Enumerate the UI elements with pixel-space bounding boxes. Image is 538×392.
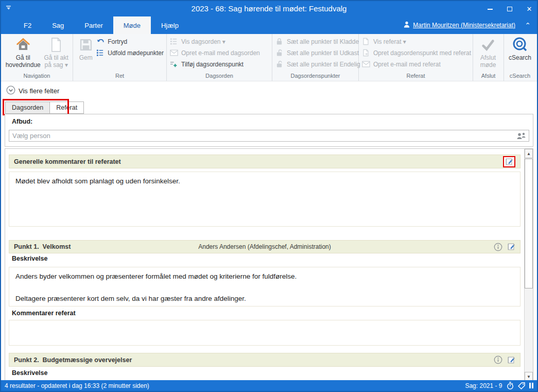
goto-main-window-button[interactable]: Gå til hovedvindue <box>4 34 42 69</box>
agenda-list-icon <box>169 38 178 45</box>
menu-tabs: F2 Sag Parter Møde Hjælp <box>13 16 189 34</box>
show-agenda-label: Vis dagsorden ▾ <box>181 38 225 45</box>
edit-icon[interactable] <box>505 158 513 166</box>
goto-record-on-case-label: Gå til akt på sag ▾ <box>42 55 70 69</box>
expand-list-icon <box>96 49 105 57</box>
punkt1-owner: Anders Andersen (Afdelingschef, Administ… <box>9 243 520 250</box>
ribbon-group-ret: Gem Fortryd Udfold mødepunkter <box>73 34 167 81</box>
create-email-with-agenda-label: Opret e-mail med dagsorden <box>181 49 260 57</box>
create-agenda-item-with-minutes-button[interactable]: Opret dagsordenspunkt med referat <box>361 48 471 57</box>
general-comments-textbox[interactable]: Mødet blev afholdt som planlagt og uden … <box>9 172 520 227</box>
scrollbar-thumb[interactable] <box>525 159 533 288</box>
lock-open-icon <box>275 49 284 57</box>
csearch-button[interactable]: cSearch <box>507 34 533 62</box>
punkt1-description-p2: Deltagere præsenterer kort dem selv, da … <box>15 295 514 303</box>
punkt1-title: Punkt 1. Velkomst <box>14 243 71 250</box>
edit-icon[interactable] <box>507 356 515 364</box>
menu-tab-moede[interactable]: Møde <box>113 16 151 34</box>
section-punkt1-header: Anders Andersen (Afdelingschef, Administ… <box>9 240 520 253</box>
document-icon <box>50 37 62 53</box>
close-button[interactable]: ✕ <box>526 5 533 13</box>
menu-tab-parter[interactable]: Parter <box>74 16 113 34</box>
ribbon-group-label-navigation: Navigation <box>4 72 70 81</box>
maximize-icon <box>507 7 512 11</box>
chevron-up-icon: ⌃ <box>525 21 531 29</box>
ribbon: Gå til hovedvindue Gå til akt på sag ▾ N… <box>1 34 537 81</box>
create-email-with-agenda-button[interactable]: Opret e-mail med dagsorden <box>169 48 260 57</box>
user-menu[interactable]: Martin Mouritzen (Ministersekretariat) <box>404 16 515 34</box>
ribbon-group-afslut: Afslut møde Afslut <box>473 34 504 81</box>
set-all-items-draft-button[interactable]: Sæt alle punkter til Kladde <box>275 37 360 46</box>
edit-icon[interactable] <box>507 243 515 251</box>
tab-referat[interactable]: Referat <box>50 101 84 114</box>
window-controls: ✕ <box>487 1 533 16</box>
chevron-down-circle-icon <box>6 86 15 96</box>
collapse-ribbon-button[interactable]: ⌃ <box>525 16 531 34</box>
lock-closed-icon <box>275 38 284 45</box>
vertical-scrollbar[interactable]: ▲ ▼ <box>524 149 533 381</box>
maximize-button[interactable] <box>506 5 513 13</box>
afbud-input-wrapper <box>9 130 529 142</box>
ribbon-group-navigation: Gå til hovedvindue Gå til akt på sag ▾ N… <box>1 34 73 81</box>
expand-meeting-items-button[interactable]: Udfold mødepunkter <box>96 48 164 57</box>
add-agenda-item-icon <box>169 60 178 68</box>
show-minutes-button[interactable]: Vis referat ▾ <box>361 37 471 46</box>
save-icon <box>79 37 93 53</box>
afbud-person-input[interactable] <box>9 131 513 140</box>
tab-dagsorden[interactable]: Dagsorden <box>5 101 50 114</box>
punkt2-description-label: Beskrivelse <box>12 369 48 377</box>
show-agenda-button[interactable]: Vis dagsorden ▾ <box>169 37 260 46</box>
annotation-box-edit-icon <box>503 156 515 167</box>
menu-tab-f2[interactable]: F2 <box>13 16 42 34</box>
end-meeting-button[interactable]: Afslut møde <box>476 34 500 69</box>
section-general-header: Generelle kommentarer til referatet <box>9 155 520 168</box>
create-email-with-minutes-button[interactable]: Opret e-mail med referat <box>361 60 471 69</box>
user-icon <box>404 21 410 29</box>
punkt1-description-textbox[interactable]: Anders byder velkommen og præsenterer fo… <box>9 267 520 306</box>
set-all-items-draft-label: Sæt alle punkter til Kladde <box>287 38 359 45</box>
create-agenda-item-with-minutes-label: Opret dagsordenspunkt med referat <box>373 49 471 57</box>
pause-icon[interactable] <box>529 383 534 388</box>
status-results-text: 4 resultater - opdateret i dag 16:33 (2 … <box>5 382 149 389</box>
ribbon-group-referat: Vis referat ▾ Opret dagsordenspunkt med … <box>359 34 473 81</box>
scroll-down-icon: ▼ <box>527 374 531 379</box>
save-label: Gem <box>79 55 93 62</box>
content-tabs: Dagsorden Referat <box>5 101 84 114</box>
punkt1-comments-textbox[interactable] <box>9 320 520 346</box>
menu-tab-sag[interactable]: Sag <box>42 16 74 34</box>
info-icon[interactable] <box>494 355 502 364</box>
info-icon[interactable] <box>494 243 502 251</box>
status-case-text: Sag: 2021 - 9 <box>465 382 502 389</box>
minimize-icon <box>488 8 493 10</box>
user-name: Martin Mouritzen (Ministersekretariat) <box>413 22 515 29</box>
csearch-icon <box>512 37 528 53</box>
status-bar: 4 resultater - opdateret i dag 16:33 (2 … <box>1 380 537 391</box>
minimize-button[interactable] <box>487 5 494 13</box>
set-all-items-final-button[interactable]: Sæt alle punkter til Endelig <box>275 60 360 69</box>
undo-label: Fortryd <box>108 38 127 45</box>
set-all-items-udkast-button[interactable]: Sæt alle punkter til Udkast <box>275 48 360 57</box>
goto-record-on-case-button[interactable]: Gå til akt på sag ▾ <box>42 34 70 69</box>
tag-icon[interactable] <box>518 382 525 389</box>
person-picker-button[interactable] <box>513 132 529 140</box>
home-icon <box>15 37 31 53</box>
ribbon-group-dagsordenspunkter: Sæt alle punkter til Kladde Sæt alle pun… <box>272 34 359 81</box>
punkt1-description-label: Beskrivelse <box>12 255 48 262</box>
show-more-fields-label: Vis flere felter <box>19 87 59 95</box>
stopwatch-icon[interactable] <box>507 382 514 389</box>
undo-button[interactable]: Fortryd <box>96 37 164 46</box>
punkt1-comments-label: Kommentarer referat <box>12 310 76 317</box>
scroll-up-button[interactable]: ▲ <box>525 149 533 158</box>
section-general-title: Generelle kommentarer til referatet <box>14 158 121 165</box>
save-button[interactable]: Gem <box>76 34 96 62</box>
add-agenda-item-button[interactable]: Tilføj dagsordenspunkt <box>169 60 260 69</box>
checkmark-icon <box>480 37 496 53</box>
ret-small-buttons: Fortryd Udfold mødepunkter <box>96 34 164 57</box>
ribbon-group-label-afslut: Afslut <box>476 72 501 81</box>
add-agenda-item-label: Tilføj dagsordenspunkt <box>181 61 244 68</box>
set-all-items-udkast-label: Sæt alle punkter til Udkast <box>287 49 359 57</box>
show-more-fields-toggle[interactable]: Vis flere felter <box>6 86 59 96</box>
punkt2-title: Punkt 2. Budgetmæssige overvejelser <box>14 356 132 364</box>
document-view-icon <box>361 38 370 45</box>
menu-tab-hjaelp[interactable]: Hjælp <box>151 16 189 34</box>
